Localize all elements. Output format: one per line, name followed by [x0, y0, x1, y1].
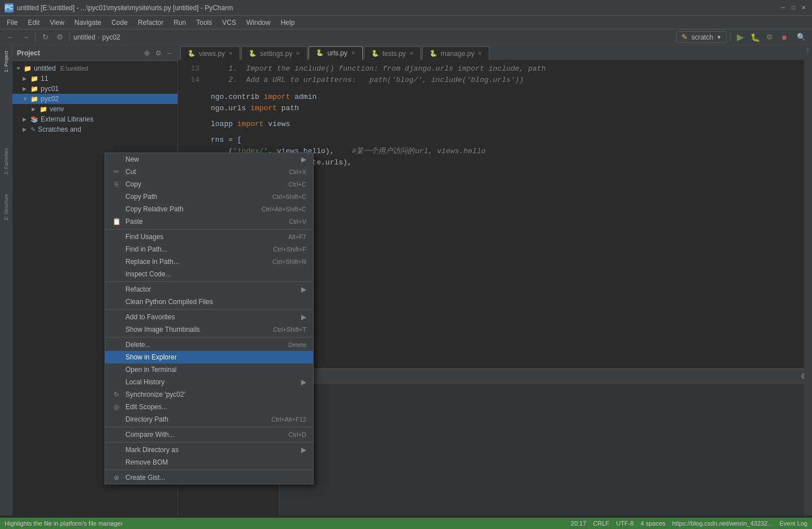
run-button[interactable]: ▶	[734, 31, 746, 44]
tab-manage[interactable]: 🐍 manage.py ✕	[422, 46, 489, 60]
ctx-find-in-path[interactable]: Find in Path... Ctrl+Shift+F	[105, 243, 313, 255]
status-git: https://blog.csdn.net/weixin_43232...	[672, 520, 773, 527]
ctx-remove-bom[interactable]: Remove BOM	[105, 456, 313, 469]
ctx-synchronize[interactable]: ↻ Synchronize 'pyc02'	[105, 388, 313, 401]
tab-icon-settings: 🐍	[249, 50, 257, 57]
menu-refactor[interactable]: Refactor	[133, 18, 168, 28]
close-button[interactable]: ✕	[800, 4, 807, 12]
tree-item-ext-libs[interactable]: ▶ 📚 External Libraries	[12, 114, 177, 124]
ctx-copy[interactable]: ⎘ Copy Ctrl+C	[105, 178, 313, 190]
tab-urls[interactable]: 🐍 urls.py ✕	[309, 46, 362, 60]
tree-item-venv[interactable]: ▶ 📁 venv	[12, 104, 177, 114]
ctx-clean-compiled[interactable]: Clean Python Compiled Files	[105, 296, 313, 308]
ctx-replace-in-path[interactable]: Replace in Path... Ctrl+Shift+R	[105, 255, 313, 268]
status-spaces[interactable]: 4 spaces	[640, 520, 665, 527]
ctx-delete[interactable]: Delete... Delete	[105, 339, 313, 351]
tab-close-manage[interactable]: ✕	[477, 50, 482, 57]
menu-run[interactable]: Run	[169, 18, 190, 28]
tab-close-urls[interactable]: ✕	[351, 50, 355, 56]
ctx-label-copy-rel-path: Copy Relative Path	[125, 205, 257, 213]
back-button[interactable]: ←	[5, 31, 17, 44]
forward-button[interactable]: →	[19, 31, 32, 44]
tree-item-pyc01[interactable]: ▶ 📁 pyc01	[12, 84, 177, 94]
tree-arrow-venv: ▶	[32, 106, 37, 112]
debug-button[interactable]: 🐛	[749, 31, 761, 44]
ctx-copy-rel-path[interactable]: Copy Relative Path Ctrl+Alt+Shift+C	[105, 203, 313, 215]
tab-close-views[interactable]: ✕	[228, 50, 233, 57]
maximize-button[interactable]: □	[789, 4, 797, 12]
settings-panel-button[interactable]: ⚙	[154, 49, 163, 58]
vert-tab-favorites[interactable]: 2: Favorites	[2, 145, 10, 178]
settings-button[interactable]: ⚙	[54, 31, 66, 44]
ctx-add-favorites[interactable]: Add to Favorites ▶	[105, 311, 313, 323]
menu-edit[interactable]: Edit	[23, 18, 44, 28]
minimize-button[interactable]: ─	[779, 4, 787, 12]
ctx-arrow-refactor: ▶	[301, 285, 306, 293]
vert-tab-structure[interactable]: Z: Structure	[2, 190, 10, 224]
tab-views[interactable]: 🐍 views.py ✕	[180, 46, 240, 60]
scratch-button[interactable]: ✎ scratch ▼	[676, 31, 727, 43]
menu-help[interactable]: Help	[276, 18, 299, 28]
menu-file[interactable]: File	[2, 18, 22, 28]
breadcrumb: untitled › pyc02	[73, 33, 120, 41]
menu-vcs[interactable]: VCS	[218, 18, 241, 28]
ctx-label-show-explorer: Show in Explorer	[125, 353, 306, 361]
ctx-cut[interactable]: ✂ Cut Ctrl+X	[105, 166, 313, 178]
search-button[interactable]: 🔍	[795, 31, 807, 44]
ctx-shortcut-replace-in-path: Ctrl+Shift+R	[272, 258, 306, 265]
ctx-refactor[interactable]: Refactor ▶	[105, 283, 313, 296]
menu-window[interactable]: Window	[242, 18, 275, 28]
tree-item-11[interactable]: ▶ 📁 11	[12, 73, 177, 84]
tab-close-settings[interactable]: ✕	[296, 50, 300, 57]
ctx-shortcut-directory-path: Ctrl+Alt+F12	[271, 416, 306, 423]
panel-header: Project ⊕ ⚙ –	[12, 45, 177, 61]
ctx-show-in-explorer[interactable]: Show in Explorer	[105, 351, 313, 363]
minimize-panel-button[interactable]: –	[166, 49, 173, 58]
build-button[interactable]: ⚙	[763, 31, 776, 44]
context-menu: New ▶ ✂ Cut Ctrl+X ⎘ Copy Ctrl+C Copy Pa…	[105, 153, 314, 484]
tab-settings[interactable]: 🐍 settings.py ✕	[241, 46, 307, 60]
ctx-find-usages[interactable]: Find Usages Alt+F7	[105, 231, 313, 243]
stop-button[interactable]: ■	[778, 31, 791, 44]
tab-label-manage: manage.py	[441, 50, 474, 58]
status-event-log[interactable]: Event Log	[779, 520, 807, 527]
ctx-inspect-code[interactable]: Inspect Code...	[105, 268, 313, 280]
ctx-icon-edit-scopes: ◎	[112, 403, 121, 411]
tree-item-pyc02[interactable]: ▼ 📁 pyc02	[12, 94, 177, 104]
tab-label-urls: urls.py	[327, 49, 347, 57]
tree-item-scratches[interactable]: ▶ ✎ Scratches and	[12, 124, 177, 135]
window-controls[interactable]: ─ □ ✕	[779, 4, 807, 12]
ctx-paste[interactable]: 📋 Paste Ctrl+V	[105, 215, 313, 228]
folder-icon-11: 📁	[31, 75, 38, 83]
status-encoding[interactable]: UTF-8	[616, 520, 633, 527]
ctx-show-image[interactable]: Show Image Thumbnails Ctrl+Shift+T	[105, 323, 313, 336]
menu-tools[interactable]: Tools	[192, 18, 216, 28]
ctx-new[interactable]: New ▶	[105, 153, 313, 166]
menu-code[interactable]: Code	[107, 18, 132, 28]
menu-navigate[interactable]: Navigate	[70, 18, 106, 28]
folder-icon-pyc02: 📁	[31, 96, 38, 103]
menu-view[interactable]: View	[45, 18, 69, 28]
ctx-edit-scopes[interactable]: ◎ Edit Scopes...	[105, 401, 313, 413]
ctx-sep-7	[105, 470, 313, 470]
breadcrumb-module[interactable]: pyc02	[102, 33, 120, 41]
ctx-copy-path[interactable]: Copy Path Ctrl+Shift+C	[105, 190, 313, 203]
ctx-arrow-local-history: ▶	[301, 378, 306, 386]
breadcrumb-project[interactable]: untitled	[73, 33, 95, 41]
ctx-create-gist[interactable]: ⊕ Create Gist...	[105, 471, 313, 484]
ctx-icon-cut: ✂	[112, 168, 121, 176]
tree-label-root: untitled	[34, 64, 56, 72]
vert-tab-project[interactable]: 1: Project	[2, 47, 10, 76]
status-bar: Highlights the file in platform's file m…	[0, 518, 812, 529]
ctx-directory-path[interactable]: Directory Path Ctrl+Alt+F12	[105, 413, 313, 426]
ctx-open-terminal[interactable]: Open in Terminal	[105, 363, 313, 376]
refresh-button[interactable]: ↻	[39, 31, 51, 44]
collapse-all-button[interactable]: ⊕	[142, 49, 151, 58]
ctx-local-history[interactable]: Local History ▶	[105, 376, 313, 388]
ctx-compare-with[interactable]: Compare With... Ctrl+D	[105, 428, 313, 441]
tab-close-tests[interactable]: ✕	[409, 50, 414, 57]
tab-tests[interactable]: 🐍 tests.py ✕	[364, 46, 421, 60]
ctx-mark-directory[interactable]: Mark Directory as ▶	[105, 444, 313, 456]
tree-item-root[interactable]: ▼ 📁 untitled E:\untitled	[12, 63, 177, 73]
status-crlf[interactable]: CRLF	[593, 520, 610, 527]
